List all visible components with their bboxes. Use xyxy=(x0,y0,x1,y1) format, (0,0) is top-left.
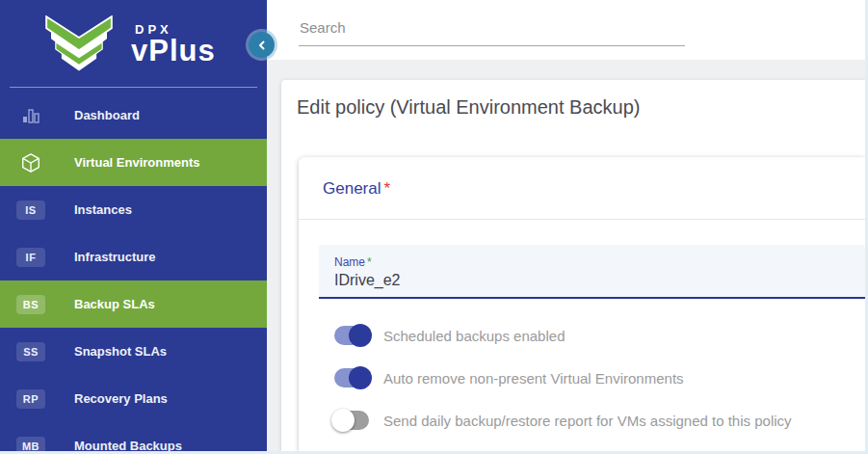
panel-title: General xyxy=(323,179,381,198)
panel-divider xyxy=(299,219,865,220)
sidebar: DPX vPlus Dashboard xyxy=(0,0,267,451)
toggle-label: Scheduled backups enabled xyxy=(383,328,565,344)
recovery-plans-badge: RP xyxy=(16,389,45,409)
sidebar-item-label: Recovery Plans xyxy=(74,391,168,406)
toggle-label: Auto remove non-present Virtual Environm… xyxy=(383,370,684,387)
backup-slas-badge: BS xyxy=(16,295,45,314)
panel-body: Name* Scheduled backups enabled Auto rem… xyxy=(299,245,865,454)
toggle-scheduled-backups[interactable] xyxy=(334,326,369,345)
chevron-left-icon xyxy=(256,40,268,51)
vplus-chevrons-icon xyxy=(37,15,121,71)
sidebar-item-backup-slas[interactable]: BS Backup SLAs xyxy=(0,280,267,328)
sidebar-item-label: Dashboard xyxy=(74,108,140,122)
app-window: DPX vPlus Dashboard xyxy=(0,0,868,454)
sidebar-item-dashboard[interactable]: Dashboard xyxy=(0,92,267,139)
toggle-knob xyxy=(331,409,355,432)
sidebar-item-instances[interactable]: IS Instances xyxy=(0,186,267,233)
brand-vplus: vPlus xyxy=(131,37,216,66)
sidebar-item-label: Mounted Backups xyxy=(74,439,182,453)
sidebar-item-label: Virtual Environments xyxy=(74,155,200,170)
sidebar-item-label: Instances xyxy=(74,202,132,217)
brand-text: DPX vPlus xyxy=(131,22,216,66)
toggle-daily-report[interactable] xyxy=(334,411,369,430)
sidebar-item-snapshot-slas[interactable]: SS Snapshot SLAs xyxy=(0,328,267,375)
required-marker: * xyxy=(383,179,390,198)
bar-chart-icon xyxy=(16,104,45,127)
sidebar-item-infrastructure[interactable]: IF Infrastructure xyxy=(0,233,267,280)
search-input[interactable] xyxy=(299,19,685,46)
toggle-row-scheduled-backups: Scheduled backups enabled xyxy=(334,324,865,347)
topbar xyxy=(267,0,865,60)
name-field: Name* xyxy=(319,245,865,299)
sidebar-item-label: Snapshot SLAs xyxy=(74,344,167,359)
general-panel: General* Name* Scheduled backups enabled xyxy=(299,157,865,451)
name-required-marker: * xyxy=(367,255,372,269)
page-title: Edit policy (Virtual Environment Backup) xyxy=(281,80,865,119)
sidebar-collapse-button[interactable] xyxy=(249,32,275,58)
main-area: Edit policy (Virtual Environment Backup)… xyxy=(267,0,865,451)
toggle-knob xyxy=(349,324,372,347)
sidebar-item-recovery-plans[interactable]: RP Recovery Plans xyxy=(0,375,267,422)
sidebar-menu: Dashboard Virtual Environments IS Instan… xyxy=(0,88,267,454)
toggle-label: Send daily backup/restore report for VMs… xyxy=(383,413,792,429)
infrastructure-badge: IF xyxy=(16,248,45,267)
sidebar-item-mounted-backups[interactable]: MB Mounted Backups xyxy=(0,422,267,454)
general-panel-header[interactable]: General* xyxy=(299,157,865,219)
mounted-backups-badge: MB xyxy=(16,437,45,454)
instances-badge: IS xyxy=(16,200,45,220)
snapshot-slas-badge: SS xyxy=(16,342,45,361)
toggle-auto-remove[interactable] xyxy=(334,368,369,387)
page-card: Edit policy (Virtual Environment Backup)… xyxy=(281,80,865,451)
sidebar-item-label: Infrastructure xyxy=(74,250,156,264)
toggle-knob xyxy=(349,366,372,389)
name-field-label: Name xyxy=(334,255,365,269)
sidebar-item-virtual-environments[interactable]: Virtual Environments xyxy=(0,139,267,186)
name-input[interactable] xyxy=(334,272,838,289)
brand-logo: DPX vPlus xyxy=(0,0,267,87)
toggle-row-daily-report: Send daily backup/restore report for VMs… xyxy=(334,409,865,432)
sidebar-item-label: Backup SLAs xyxy=(74,297,155,311)
toggle-row-auto-remove: Auto remove non-present Virtual Environm… xyxy=(334,366,865,389)
cube-icon xyxy=(16,151,45,174)
